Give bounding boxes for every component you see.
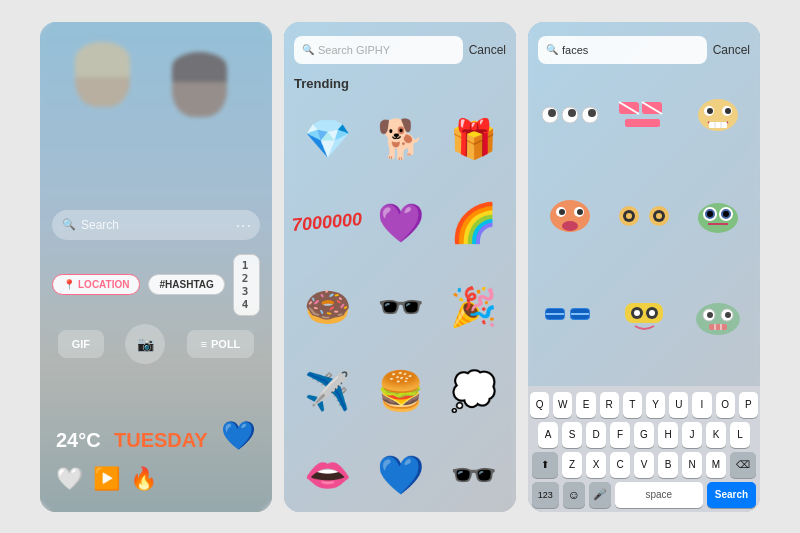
poll-button[interactable]: ≡ POLL — [187, 330, 255, 358]
key-s[interactable]: S — [562, 422, 582, 448]
heart-sticker[interactable]: 💙 — [221, 419, 256, 452]
key-c[interactable]: C — [610, 452, 630, 478]
face-sticker[interactable] — [684, 282, 752, 352]
delete-key[interactable]: ⌫ — [730, 452, 756, 478]
key-v[interactable]: V — [634, 452, 654, 478]
svg-rect-10 — [625, 119, 660, 127]
svg-point-30 — [656, 213, 662, 219]
sticker-item[interactable]: 💙 — [366, 435, 435, 512]
key-d[interactable]: D — [586, 422, 606, 448]
sticker-item[interactable]: 🕶️ — [366, 267, 435, 347]
key-r[interactable]: R — [600, 392, 619, 418]
face-sticker[interactable] — [610, 80, 678, 150]
location-sticker[interactable]: 📍 LOCATION — [52, 274, 140, 295]
svg-rect-53 — [709, 324, 727, 330]
sticker-item[interactable]: 💎 — [292, 99, 362, 179]
sticker-item[interactable]: 🐕 — [366, 99, 435, 179]
key-g[interactable]: G — [634, 422, 654, 448]
face-sticker[interactable] — [536, 282, 604, 352]
giphy-search-bar[interactable]: 🔍 Search GIPHY — [294, 36, 463, 64]
keyboard-bottom-row: 123 ☺ 🎤 space Search — [530, 482, 758, 508]
gif-button[interactable]: GIF — [58, 330, 104, 358]
sticker-item[interactable]: 7000000 — [292, 183, 362, 263]
giphy-header: 🔍 Search GIPHY Cancel — [284, 22, 516, 72]
keyboard-row-2: A S D F G H J K L — [530, 422, 758, 448]
sticker-item[interactable]: 💭 — [439, 351, 508, 431]
faces-cancel-button[interactable]: Cancel — [713, 43, 750, 57]
heart-icon[interactable]: 🤍 — [56, 466, 83, 492]
screen-faces-keyboard: 🔍 faces Cancel — [528, 22, 760, 512]
key-l[interactable]: L — [730, 422, 750, 448]
key-z[interactable]: Z — [562, 452, 582, 478]
key-x[interactable]: X — [586, 452, 606, 478]
emoji-key[interactable]: ☺ — [563, 482, 585, 508]
space-key[interactable]: space — [615, 482, 703, 508]
key-t[interactable]: T — [623, 392, 642, 418]
key-y[interactable]: Y — [646, 392, 665, 418]
svg-point-13 — [707, 108, 713, 114]
number-sticker[interactable]: 1 2 3 4 — [233, 254, 260, 316]
sticker-item[interactable]: 🌈 — [439, 183, 508, 263]
svg-rect-16 — [709, 122, 727, 128]
temperature-display: 24°C — [56, 429, 101, 452]
face-sticker[interactable] — [536, 80, 604, 150]
key-w[interactable]: W — [553, 392, 572, 418]
svg-point-27 — [626, 213, 632, 219]
sticker-item[interactable]: ✈️ — [292, 351, 362, 431]
faces-search-bar[interactable]: 🔍 faces — [538, 36, 707, 64]
camera-button[interactable]: 📷 — [125, 324, 165, 364]
ios-keyboard: Q W E R T Y U I O P A S D F G H J K — [528, 386, 760, 512]
sticker-item[interactable]: 🎁 — [439, 99, 508, 179]
hashtag-sticker[interactable]: #HASHTAG — [148, 274, 224, 295]
youtube-icon[interactable]: ▶️ — [93, 466, 120, 492]
day-display: TUESDAY — [114, 429, 208, 452]
sticker-item[interactable]: 💜 — [366, 183, 435, 263]
key-e[interactable]: E — [576, 392, 595, 418]
story-actions-row: GIF 📷 ≡ POLL — [52, 324, 260, 364]
sticker-item[interactable]: 🍩 — [292, 267, 362, 347]
key-u[interactable]: U — [669, 392, 688, 418]
key-m[interactable]: M — [706, 452, 726, 478]
shift-key[interactable]: ⬆ — [532, 452, 558, 478]
fire-icon[interactable]: 🔥 — [130, 466, 157, 492]
key-k[interactable]: K — [706, 422, 726, 448]
svg-point-21 — [559, 209, 565, 215]
keyboard-row-1: Q W E R T Y U I O P — [530, 392, 758, 418]
face-sticker[interactable] — [610, 181, 678, 251]
key-q[interactable]: Q — [530, 392, 549, 418]
face-sticker[interactable] — [536, 181, 604, 251]
screen-giphy-search: 🔍 Search GIPHY Cancel Trending 💎 🐕 🎁 700… — [284, 22, 516, 512]
key-j[interactable]: J — [682, 422, 702, 448]
sticker-item[interactable]: 🍔 — [366, 351, 435, 431]
microphone-key[interactable]: 🎤 — [589, 482, 611, 508]
giphy-sticker-grid: 💎 🐕 🎁 7000000 💜 🌈 🍩 🕶️ 🎉 ✈️ 🍔 💭 👄 💙 🕶️ — [284, 99, 516, 512]
key-p[interactable]: P — [739, 392, 758, 418]
key-f[interactable]: F — [610, 422, 630, 448]
svg-point-3 — [568, 109, 576, 117]
screen-sticker-picker: 🔍 Search ··· 📍 LOCATION #HASHTAG 1 2 3 4… — [40, 22, 272, 512]
sticker-item[interactable]: 🎉 — [439, 267, 508, 347]
sticker-item[interactable]: 🕶️ — [439, 435, 508, 512]
sticker-item[interactable]: 👄 — [292, 435, 362, 512]
bottom-icons-row: 🤍 ▶️ 🔥 — [56, 466, 256, 492]
numbers-key[interactable]: 123 — [532, 482, 559, 508]
key-a[interactable]: A — [538, 422, 558, 448]
faces-search-icon: 🔍 — [546, 44, 558, 55]
giphy-search-icon: 🔍 — [302, 44, 314, 55]
key-i[interactable]: I — [692, 392, 711, 418]
search-key[interactable]: Search — [707, 482, 756, 508]
key-n[interactable]: N — [682, 452, 702, 478]
story-info-row: 24°C TUESDAY 💙 — [56, 419, 256, 452]
face-sticker[interactable] — [610, 282, 678, 352]
key-h[interactable]: H — [658, 422, 678, 448]
story-search-bar[interactable]: 🔍 Search — [52, 210, 260, 240]
more-options-icon[interactable]: ··· — [236, 217, 252, 235]
key-o[interactable]: O — [716, 392, 735, 418]
face-sticker[interactable] — [684, 80, 752, 150]
key-b[interactable]: B — [658, 452, 678, 478]
search-icon: 🔍 — [62, 218, 76, 231]
trending-label: Trending — [284, 72, 516, 99]
face-sticker[interactable] — [684, 181, 752, 251]
giphy-cancel-button[interactable]: Cancel — [469, 43, 506, 57]
screen1-content: 🔍 Search ··· 📍 LOCATION #HASHTAG 1 2 3 4… — [40, 22, 272, 512]
